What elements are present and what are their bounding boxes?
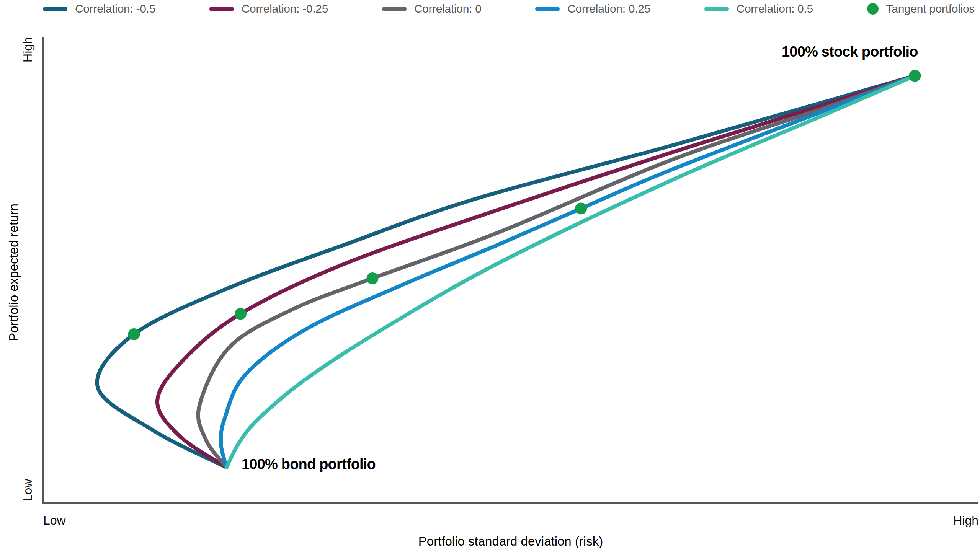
curve-zero (198, 76, 915, 468)
x-axis-title: Portfolio standard deviation (risk) (418, 534, 603, 549)
y-axis-max-tick-label: High (21, 37, 35, 62)
curves (97, 76, 915, 468)
curve-neg05 (97, 76, 915, 468)
efficient-frontier-chart: Correlation: -0.5Correlation: -0.25Corre… (0, 0, 980, 551)
x-axis-max-tick-label: High (953, 514, 978, 528)
y-axis-min-tick-label: Low (21, 479, 35, 502)
y-axis-title: Portfolio expected return (7, 204, 21, 341)
tangent-point (909, 70, 921, 82)
tangent-point (366, 272, 378, 284)
tangent-point (575, 202, 587, 214)
tangent-point (235, 308, 247, 320)
bond-portfolio-annotation: 100% bond portfolio (242, 456, 376, 473)
x-axis-min-tick-label: Low (43, 514, 66, 528)
stock-portfolio-annotation: 100% stock portfolio (782, 44, 918, 60)
tangent-point (128, 328, 140, 340)
plot-area (0, 0, 980, 551)
